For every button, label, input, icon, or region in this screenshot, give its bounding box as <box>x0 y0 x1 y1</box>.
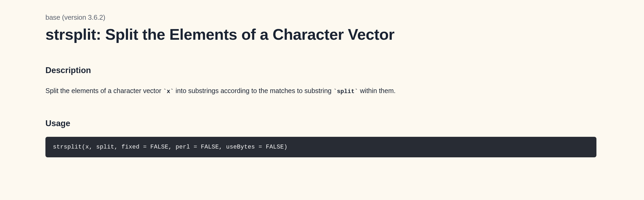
page-title: strsplit: Split the Elements of a Charac… <box>45 26 599 43</box>
usage-code-block: strsplit(x, split, fixed = FALSE, perl =… <box>45 137 596 157</box>
description-text-part2: into substrings according to the matches… <box>174 87 333 94</box>
inline-code-split: `split` <box>333 88 358 95</box>
description-text-part1: Split the elements of a character vector <box>45 87 163 94</box>
usage-heading: Usage <box>45 119 599 128</box>
inline-code-x: `x` <box>163 88 174 95</box>
description-text: Split the elements of a character vector… <box>45 86 599 96</box>
description-heading: Description <box>45 66 599 75</box>
package-version: base (version 3.6.2) <box>45 13 599 22</box>
description-text-part3: within them. <box>358 87 395 94</box>
